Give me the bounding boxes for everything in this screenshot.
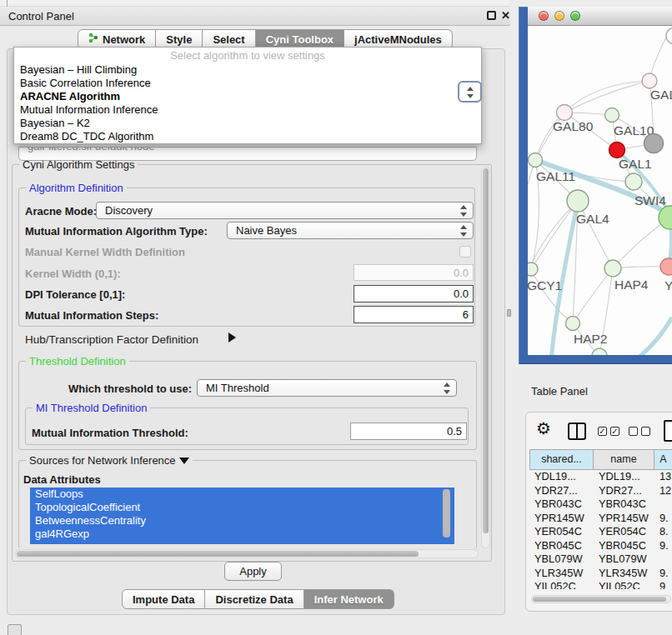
attribute-item-topologicalcoefficient[interactable]: TopologicalCoefficient xyxy=(30,501,454,514)
which-threshold-label: Which threshold to use: xyxy=(68,382,192,395)
bottom-grip[interactable] xyxy=(8,624,22,635)
network-edge[interactable] xyxy=(528,160,535,226)
sources-collapse-icon[interactable] xyxy=(179,458,189,464)
network-node-hap2[interactable] xyxy=(566,317,580,331)
table-cell: 9. xyxy=(654,512,672,526)
sources-title-text: Sources for Network Inference xyxy=(29,454,176,467)
network-node-hap4[interactable] xyxy=(604,260,621,277)
stepper-icon xyxy=(443,382,450,394)
dropdown-item-basic-correlation-inference[interactable]: Basic Correlation Inference xyxy=(14,77,481,90)
algorithm-dropdown-prompt: Select algorithm to view settings xyxy=(14,48,481,63)
table-cell: YPR145W xyxy=(594,512,654,526)
close-icon[interactable]: ✕ xyxy=(501,9,510,22)
tab-impute-data[interactable]: Impute Data xyxy=(122,589,205,609)
network-node-gray-node[interactable] xyxy=(644,134,664,153)
aracne-mode-label: Aracne Mode: xyxy=(25,205,97,218)
hub-expander-collapsed-icon[interactable] xyxy=(228,332,236,342)
new-table-icon[interactable] xyxy=(664,420,672,442)
kernel-width-field[interactable]: 0.0 xyxy=(354,264,474,281)
settings-horizontal-scrollbar[interactable] xyxy=(15,549,479,558)
network-node-label-swi4: SWI4 xyxy=(634,193,666,208)
column-header-shared[interactable]: shared... xyxy=(529,449,594,470)
network-node-partial-top[interactable] xyxy=(666,28,672,44)
tab-infer-network[interactable]: Infer Network xyxy=(304,589,394,609)
network-node-gal4[interactable] xyxy=(567,190,589,212)
float-window-icon[interactable] xyxy=(487,11,496,20)
dropdown-item-dream8-dc-tdc-algorithm[interactable]: Dream8 DC_TDC Algorithm xyxy=(14,130,481,143)
tab-discretize-data[interactable]: Discretize Data xyxy=(205,589,303,609)
screen: Control Panel ✕ NetworkStyleSelectCyni T… xyxy=(0,0,672,635)
network-window-titlebar[interactable] xyxy=(528,7,672,26)
network-edge[interactable] xyxy=(603,318,672,355)
unselect-all-columns-icon[interactable] xyxy=(629,427,650,436)
table-cell xyxy=(654,552,672,567)
checked-box-icon: ✓ xyxy=(610,427,619,436)
table-row[interactable]: YDL19...YDL19...13 xyxy=(529,470,672,484)
settings-hscroll-thumb[interactable] xyxy=(17,551,419,557)
attribute-item-gal4rgexp[interactable]: gal4RGexp xyxy=(30,528,454,541)
traffic-light-close[interactable] xyxy=(539,11,549,21)
mi-type-combo[interactable]: Naive Bayes xyxy=(227,222,474,239)
dropdown-item-mutual-information-inference[interactable]: Mutual Information Inference xyxy=(14,103,481,117)
table-row[interactable]: YBL079WYBL079W xyxy=(529,552,672,567)
table-cell: 12 xyxy=(654,484,672,498)
traffic-light-minimize[interactable] xyxy=(554,11,564,21)
table-hscroll-thumb[interactable] xyxy=(533,597,666,602)
stepper-icon xyxy=(466,87,474,98)
network-canvas[interactable]: GALGAL80GAL10GAL1GAL11SWI4GAL4GCY1HAP4YH… xyxy=(528,26,672,355)
network-node-label-gcy1: GCY1 xyxy=(528,278,562,292)
dropdown-item-aracne-algorithm[interactable]: ARACNE Algorithm xyxy=(14,90,481,103)
table-row[interactable]: YDR27...YDR27...12 xyxy=(529,484,672,498)
attribute-item-betweennesscentrality[interactable]: BetweennessCentrality xyxy=(30,514,454,528)
attributes-list-scrollbar[interactable] xyxy=(443,489,450,538)
data-attributes-list[interactable]: SelfLoopsTopologicalCoefficientBetweenne… xyxy=(30,488,454,544)
network-edge[interactable] xyxy=(573,268,613,323)
settings-vscroll-thumb[interactable] xyxy=(483,168,489,533)
network-edge[interactable] xyxy=(531,269,573,323)
which-threshold-combo[interactable]: MI Threshold xyxy=(197,379,457,397)
network-node-gcy1[interactable] xyxy=(528,262,538,276)
aracne-mode-combo[interactable]: Discovery xyxy=(96,202,474,219)
table-row[interactable]: YER054CYER054C8. xyxy=(529,525,672,539)
network-node-partial-bottom[interactable] xyxy=(592,348,607,355)
mi-steps-field[interactable]: 6 xyxy=(354,306,474,323)
gear-icon[interactable]: ⚙ xyxy=(536,418,551,438)
table-row[interactable]: YBR045CYBR045C9. xyxy=(529,539,672,553)
network-node-gal10[interactable] xyxy=(605,108,619,122)
unchecked-box-icon xyxy=(641,427,650,436)
mi-type-value: Naive Bayes xyxy=(236,224,297,237)
table-cell: YER054C xyxy=(529,525,594,539)
table-row[interactable]: YIL052CYIL052C9 xyxy=(529,580,672,589)
network-node-gal-top[interactable] xyxy=(642,73,657,88)
apply-button[interactable]: Apply xyxy=(224,562,282,581)
table-row[interactable]: YLR345WYLR345W9. xyxy=(529,567,672,581)
attribute-item-selfloops[interactable]: SelfLoops xyxy=(30,488,454,501)
traffic-light-zoom[interactable] xyxy=(570,11,580,21)
column-header-name[interactable]: name xyxy=(594,449,654,470)
dpi-tolerance-field[interactable]: 0.0 xyxy=(354,285,474,302)
columns-icon[interactable] xyxy=(568,422,586,440)
network-edge[interactable] xyxy=(564,81,649,112)
dropdown-item-bayesian-hill-climbing[interactable]: Bayesian – Hill Climbing xyxy=(14,63,481,77)
table-row[interactable]: YPR145WYPR145W9. xyxy=(529,512,672,526)
table-cell: YIL052C xyxy=(594,580,654,589)
network-node-salmon-node[interactable] xyxy=(660,258,672,275)
network-node-gal11[interactable] xyxy=(529,153,543,168)
panel-splitter-handle[interactable] xyxy=(507,309,511,317)
network-node-swi4[interactable] xyxy=(625,173,642,190)
table-horizontal-scrollbar[interactable] xyxy=(531,595,671,603)
network-combo-partial[interactable]: galFiltered.sif default node xyxy=(18,147,477,161)
algorithm-combo-fragment[interactable] xyxy=(458,81,482,102)
dropdown-item-bayesian-k2[interactable]: Bayesian – K2 xyxy=(14,117,481,130)
table-row[interactable]: YBR043CYBR043C xyxy=(529,498,672,512)
network-node-gal80[interactable] xyxy=(557,105,573,121)
select-all-columns-icon[interactable]: ✓ ✓ xyxy=(598,427,619,436)
network-node-gal1[interactable] xyxy=(609,142,625,158)
network-edge[interactable] xyxy=(528,201,578,309)
settings-vertical-scrollbar[interactable] xyxy=(481,167,490,548)
column-header-a[interactable]: A xyxy=(654,449,672,470)
manual-kernel-checkbox[interactable] xyxy=(459,246,471,258)
table-cell: YBL079W xyxy=(594,552,654,567)
network-node-label-gal4: GAL4 xyxy=(576,212,609,226)
mi-threshold-field[interactable]: 0.5 xyxy=(350,422,467,440)
